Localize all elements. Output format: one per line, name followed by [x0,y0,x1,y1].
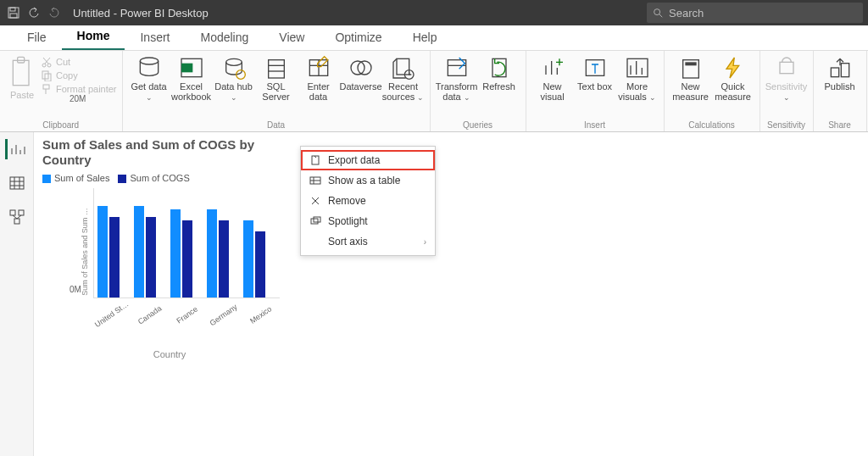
cut-button[interactable]: Cut [41,56,117,68]
svg-rect-70 [314,217,320,222]
get-data-button[interactable]: Get data ⌄ [128,53,170,103]
group-queries: Transform data ⌄ Refresh Queries [431,51,526,131]
menu-export-data[interactable]: Export data [301,150,435,170]
enter-data-button[interactable]: Enter data [298,53,340,102]
x-tick: United St… [93,300,130,330]
quick-measure-button[interactable]: Quick measure [712,53,754,102]
refresh-button[interactable]: Refresh [478,53,520,92]
legend-label-cogs: Sum of COGS [130,173,189,183]
report-view-icon[interactable] [5,139,29,159]
menu-spotlight[interactable]: Spotlight [301,211,435,231]
x-tick: France [170,301,204,329]
svg-point-3 [654,9,660,15]
x-tick: Canada [132,301,167,329]
svg-rect-1 [10,8,15,11]
svg-point-7 [42,64,46,67]
menu-remove[interactable]: Remove [301,191,435,211]
svg-rect-59 [19,210,24,215]
menu-sort-axis[interactable]: Sort axis› [301,231,435,252]
copy-button[interactable]: Copy [41,70,117,81]
bar[interactable] [146,217,156,298]
svg-rect-13 [43,85,49,89]
paste-button[interactable]: Paste [5,53,39,100]
bar-chart-visual[interactable]: Sum of Sales and Sum of COGS by Country … [42,132,297,359]
svg-rect-28 [397,58,409,75]
x-axis-label: Country [42,349,297,359]
group-clipboard: Paste Cut Copy Format painter Clipboard [0,51,123,131]
tab-insert[interactable]: Insert [125,25,185,50]
svg-rect-47 [831,68,838,77]
bar-group[interactable] [243,220,276,298]
data-view-icon[interactable] [5,173,29,193]
undo-icon[interactable] [27,6,41,19]
x-tick: Mexico [243,301,278,329]
bar[interactable] [134,206,144,298]
sensitivity-button[interactable]: Sensitivity⌄ [765,53,808,103]
svg-rect-48 [841,64,849,77]
menu-show-as-table[interactable]: Show as a table [301,170,435,191]
bar-group[interactable] [207,209,240,298]
chart-plot: Sum of Sales and Sum … 20M0M United St…C… [59,188,280,315]
tab-view[interactable]: View [264,25,320,50]
bar[interactable] [255,231,265,298]
tab-home[interactable]: Home [62,24,125,50]
model-view-icon[interactable] [5,207,29,227]
sql-server-button[interactable]: SQL Server [255,53,298,102]
search-icon [652,7,664,19]
group-label-clipboard: Clipboard [42,120,79,131]
bar-group[interactable] [170,209,203,298]
data-hub-button[interactable]: Data hub ⌄ [213,53,255,103]
group-sensitivity: Sensitivity⌄ Sensitivity [760,51,814,131]
svg-rect-5 [13,60,29,85]
chart-legend: Sum of Sales Sum of COGS [42,170,297,188]
y-axis-label: Sum of Sales and Sum … [81,208,89,296]
recent-sources-button[interactable]: Recent sources ⌄ [382,53,425,103]
bar[interactable] [109,217,120,298]
svg-line-4 [659,14,663,18]
svg-rect-20 [268,60,284,78]
new-visual-button[interactable]: New visual [531,53,574,102]
dataverse-button[interactable]: Dataverse [340,53,382,92]
group-label-share: Share [828,120,851,131]
group-insert: New visual Text box More visuals ⌄ Inser… [526,51,665,131]
svg-rect-58 [10,210,15,215]
report-canvas[interactable]: Sum of Sales and Sum of COGS by Country … [34,132,868,456]
bar[interactable] [97,206,108,298]
transform-data-button[interactable]: Transform data ⌄ [436,53,478,103]
tab-file[interactable]: File [12,25,62,50]
bar-group[interactable] [97,206,131,298]
save-icon[interactable] [7,6,20,19]
tab-help[interactable]: Help [398,25,453,50]
excel-button[interactable]: Excel workbook [170,53,213,102]
publish-button[interactable]: Publish [819,53,861,92]
title-bar: Untitled - Power BI Desktop Search [0,0,868,25]
new-measure-button[interactable]: New measure [670,53,712,102]
more-visuals-button[interactable]: More visuals ⌄ [616,53,659,103]
bar[interactable] [170,209,181,298]
chevron-right-icon: › [424,237,426,247]
search-box[interactable]: Search [647,3,863,23]
group-label-data: Data [267,120,285,131]
text-box-button[interactable]: Text box [574,53,616,92]
svg-rect-42 [685,62,696,65]
bar-group[interactable] [134,206,167,298]
search-placeholder: Search [669,7,704,19]
main-area: Sum of Sales and Sum of COGS by Country … [0,132,868,456]
svg-line-62 [17,215,21,219]
bar[interactable] [182,220,192,298]
ribbon: Paste Cut Copy Format painter Clipboard … [0,51,868,132]
svg-point-8 [47,64,51,67]
group-label-queries: Queries [463,120,492,131]
bar[interactable] [243,220,253,298]
y-tick: 0M [70,285,81,294]
bar[interactable] [207,209,217,298]
svg-rect-46 [780,62,793,73]
tab-optimize[interactable]: Optimize [320,25,397,50]
redo-icon[interactable] [47,6,61,19]
bar[interactable] [219,220,229,298]
group-share: Publish Share [814,51,867,131]
tab-modeling[interactable]: Modeling [185,25,264,50]
context-menu: Export data Show as a table Remove Spotl… [300,146,436,256]
left-rail [0,132,34,456]
group-label-sensitivity: Sensitivity [767,120,805,131]
